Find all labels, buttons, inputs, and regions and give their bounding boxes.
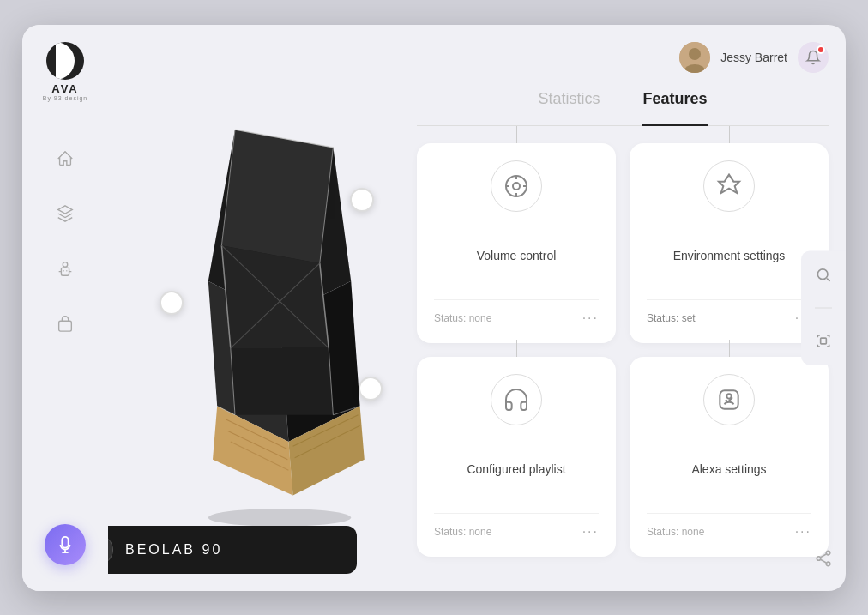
share-button[interactable] (808, 543, 839, 574)
svg-point-30 (689, 48, 701, 60)
left-sidebar: AVA By 93 design (22, 25, 108, 591)
svg-rect-41 (821, 338, 827, 344)
hotspot-3[interactable] (359, 377, 383, 401)
bo-logo: B&O (108, 534, 113, 565)
nav-robot[interactable] (51, 254, 80, 283)
nav-bag[interactable] (51, 309, 80, 338)
svg-point-44 (826, 562, 830, 566)
alexa-icon-wrap (703, 374, 755, 425)
search-button[interactable] (808, 259, 839, 290)
tab-features[interactable]: Features (642, 90, 707, 115)
hotspot-2[interactable] (160, 291, 184, 315)
volume-icon-wrap (491, 160, 542, 212)
notification-dot (817, 45, 825, 54)
card-connector (516, 126, 517, 143)
svg-point-39 (726, 394, 731, 398)
logo-area: AVA By 93 design (43, 42, 87, 101)
card-connector-pl (516, 340, 517, 357)
speaker-3d (151, 85, 408, 531)
playlist-menu[interactable]: ··· (582, 524, 599, 540)
app-subtext: By 93 design (43, 95, 87, 101)
svg-marker-16 (231, 347, 334, 414)
svg-point-33 (513, 183, 520, 190)
hotspot-1[interactable] (350, 188, 374, 212)
svg-rect-2 (59, 321, 72, 331)
tab-statistics[interactable]: Statistics (538, 90, 600, 115)
svg-point-3 (208, 509, 351, 527)
main-area: B&O BEOLAB 90 Jessy Barret (108, 25, 846, 591)
nav-icons (51, 144, 80, 524)
svg-rect-0 (61, 268, 69, 275)
app-container: AVA By 93 design (22, 25, 846, 591)
environment-icon-wrap (703, 160, 755, 212)
feature-card-environment: Environment settings Status: set ··· (630, 143, 829, 343)
alexa-title: Alexa settings (691, 434, 766, 504)
notification-button[interactable] (798, 42, 829, 73)
environment-title: Environment settings (673, 220, 786, 291)
user-avatar (679, 42, 710, 73)
volume-title: Volume control (477, 220, 557, 291)
svg-point-1 (63, 262, 68, 267)
alexa-status: Status: none (647, 526, 704, 538)
svg-point-43 (817, 556, 821, 560)
svg-marker-7 (221, 130, 333, 263)
svg-point-42 (826, 551, 830, 555)
logo-icon (46, 42, 84, 80)
alexa-footer: Status: none ··· (647, 513, 811, 540)
svg-line-45 (821, 553, 826, 557)
playlist-icon-wrap (491, 374, 542, 425)
nav-layers[interactable] (51, 199, 80, 228)
volume-menu[interactable]: ··· (582, 311, 599, 326)
environment-footer: Status: set ··· (647, 299, 811, 326)
product-image (117, 68, 443, 548)
card-connector-alexa (729, 340, 730, 357)
product-name: BEOLAB 90 (125, 542, 222, 558)
product-section: B&O BEOLAB 90 (108, 25, 485, 591)
product-bar: B&O BEOLAB 90 (108, 526, 357, 574)
scan-button[interactable] (808, 325, 839, 356)
alexa-menu[interactable]: ··· (795, 524, 811, 540)
svg-line-46 (821, 559, 826, 563)
feature-card-alexa: Alexa settings Status: none ··· (630, 357, 829, 557)
mic-button[interactable] (45, 524, 86, 565)
app-name: AVA (51, 83, 79, 94)
card-connector-env (729, 126, 730, 143)
environment-status: Status: set (647, 312, 696, 324)
svg-point-40 (817, 268, 828, 279)
user-name: Jessy Barret (720, 51, 787, 64)
right-edge (801, 250, 846, 365)
nav-home[interactable] (51, 144, 80, 173)
edge-divider (815, 307, 832, 308)
